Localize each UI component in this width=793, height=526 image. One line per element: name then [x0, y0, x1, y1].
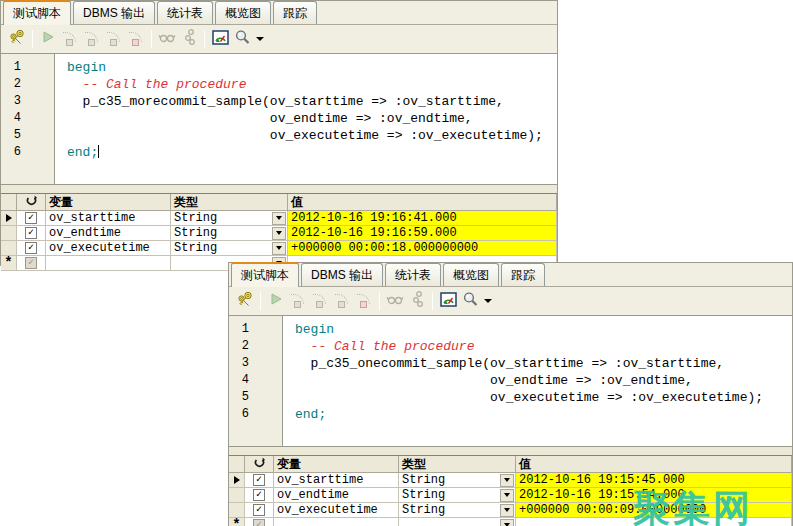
direction-icon: [254, 457, 265, 472]
column-header-type[interactable]: 类型: [399, 456, 516, 473]
splitter[interactable]: [229, 447, 792, 455]
type-dropdown-icon[interactable]: [272, 212, 286, 225]
type-dropdown-icon[interactable]: [272, 242, 286, 255]
splitter[interactable]: [1, 185, 557, 193]
type-dropdown-icon[interactable]: [500, 489, 514, 502]
watch-button[interactable]: [384, 290, 406, 312]
checkbox-cell: ✓: [245, 503, 274, 518]
keys-button[interactable]: [6, 28, 28, 50]
tab-trace[interactable]: 跟踪: [501, 263, 545, 286]
type-cell[interactable]: String: [399, 503, 516, 518]
code-area[interactable]: begin -- Call the procedure p_c35_onecom…: [283, 316, 792, 446]
row-enabled-checkbox[interactable]: ✓: [253, 519, 265, 526]
row-enabled-checkbox[interactable]: ✓: [253, 474, 265, 486]
checkbox-cell: ✓: [17, 256, 46, 271]
row-enabled-checkbox[interactable]: ✓: [25, 242, 37, 254]
row-enabled-checkbox[interactable]: ✓: [253, 504, 265, 516]
header-indicator-cell: [229, 456, 245, 473]
zoom-button[interactable]: [231, 28, 253, 50]
new-row-indicator: *: [229, 518, 245, 526]
tab-dbms-output[interactable]: DBMS 输出: [301, 263, 383, 286]
variable-name-cell[interactable]: [274, 518, 399, 526]
run-button[interactable]: [265, 290, 287, 312]
row-enabled-checkbox[interactable]: ✓: [253, 489, 265, 501]
toolbar-separator: [432, 292, 433, 310]
type-cell[interactable]: String: [171, 226, 288, 241]
profiler-button[interactable]: [209, 28, 231, 50]
type-cell[interactable]: String: [171, 241, 288, 256]
watermark: 聚集网: [633, 484, 753, 526]
variable-row: ✓ ov_starttime String 2012-10-16 19:16:4…: [1, 211, 557, 226]
zoom-dropdown[interactable]: [481, 290, 493, 312]
step-button-1[interactable]: [287, 290, 309, 312]
variable-name-cell[interactable]: ov_endtime: [46, 226, 171, 241]
code-line: -- Call the procedure: [67, 76, 557, 93]
step-button-1[interactable]: [59, 28, 81, 50]
breakpoints-button[interactable]: [178, 28, 200, 50]
step-icon: [289, 293, 307, 309]
tab-test-script[interactable]: 测试脚本: [3, 0, 71, 25]
line-number-gutter: 1 2 3 4 5 6: [1, 54, 55, 184]
row-enabled-checkbox[interactable]: ✓: [25, 227, 37, 239]
header-indicator-cell: [1, 194, 17, 211]
step-button-2[interactable]: [81, 28, 103, 50]
tab-statistics[interactable]: 统计表: [157, 1, 213, 24]
type-cell[interactable]: String: [399, 488, 516, 503]
step-button-3[interactable]: [331, 290, 353, 312]
line-number: 4: [229, 372, 249, 389]
variable-name-cell[interactable]: ov_executetime: [46, 241, 171, 256]
column-header-value[interactable]: 值: [516, 456, 792, 473]
variable-name-cell[interactable]: ov_starttime: [46, 211, 171, 226]
toolbar-separator: [260, 292, 261, 310]
code-area[interactable]: begin -- Call the procedure p_c35_moreco…: [55, 54, 557, 184]
type-cell[interactable]: [399, 518, 516, 526]
type-dropdown-icon[interactable]: [500, 519, 514, 526]
code-editor[interactable]: 1 2 3 4 5 6 begin -- Call the procedure …: [229, 316, 792, 447]
value-cell[interactable]: +000000 00:00:18.000000000: [288, 241, 557, 256]
column-header-value[interactable]: 值: [288, 194, 557, 211]
code-editor[interactable]: 1 2 3 4 5 6 begin -- Call the procedure …: [1, 54, 557, 185]
code-line: p_c35_morecommit_sample(ov_starttime => …: [67, 93, 557, 110]
line-number: 1: [1, 59, 21, 76]
zoom-dropdown[interactable]: [253, 28, 265, 50]
variable-name-cell[interactable]: ov_starttime: [274, 473, 399, 488]
step-button-2[interactable]: [309, 290, 331, 312]
run-button[interactable]: [37, 28, 59, 50]
step-into-icon: [333, 293, 351, 309]
variable-row: ✓ ov_endtime String 2012-10-16 19:16:59.…: [1, 226, 557, 241]
step-button-4[interactable]: [353, 290, 375, 312]
profiler-button[interactable]: [437, 290, 459, 312]
column-header-variable[interactable]: 变量: [274, 456, 399, 473]
code-line: begin: [295, 321, 792, 338]
type-dropdown-icon[interactable]: [500, 474, 514, 487]
column-header-variable[interactable]: 变量: [46, 194, 171, 211]
code-line: p_c35_onecommit_sample(ov_starttime => :…: [295, 355, 792, 372]
type-cell[interactable]: String: [399, 473, 516, 488]
row-enabled-checkbox[interactable]: ✓: [25, 257, 37, 269]
value-cell[interactable]: 2012-10-16 19:16:41.000: [288, 211, 557, 226]
row-enabled-checkbox[interactable]: ✓: [25, 212, 37, 224]
tab-overview[interactable]: 概览图: [443, 263, 499, 286]
variable-name-cell[interactable]: ov_executetime: [274, 503, 399, 518]
type-dropdown-icon[interactable]: [500, 504, 514, 517]
zoom-button[interactable]: [459, 290, 481, 312]
run-icon: [269, 292, 283, 310]
line-number: 2: [1, 76, 21, 93]
tab-trace[interactable]: 跟踪: [273, 1, 317, 24]
tab-statistics[interactable]: 统计表: [385, 263, 441, 286]
tab-test-script[interactable]: 测试脚本: [231, 262, 299, 287]
step-button-3[interactable]: [103, 28, 125, 50]
tab-overview[interactable]: 概览图: [215, 1, 271, 24]
type-dropdown-icon[interactable]: [272, 227, 286, 240]
variable-name-cell[interactable]: [46, 256, 171, 271]
breakpoints-button[interactable]: [406, 290, 428, 312]
variable-name-cell[interactable]: ov_endtime: [274, 488, 399, 503]
tab-dbms-output[interactable]: DBMS 输出: [73, 1, 155, 24]
keys-button[interactable]: [234, 290, 256, 312]
step-button-4[interactable]: [125, 28, 147, 50]
step-out-icon: [127, 31, 145, 47]
type-cell[interactable]: String: [171, 211, 288, 226]
watch-button[interactable]: [156, 28, 178, 50]
value-cell[interactable]: 2012-10-16 19:16:59.000: [288, 226, 557, 241]
column-header-type[interactable]: 类型: [171, 194, 288, 211]
